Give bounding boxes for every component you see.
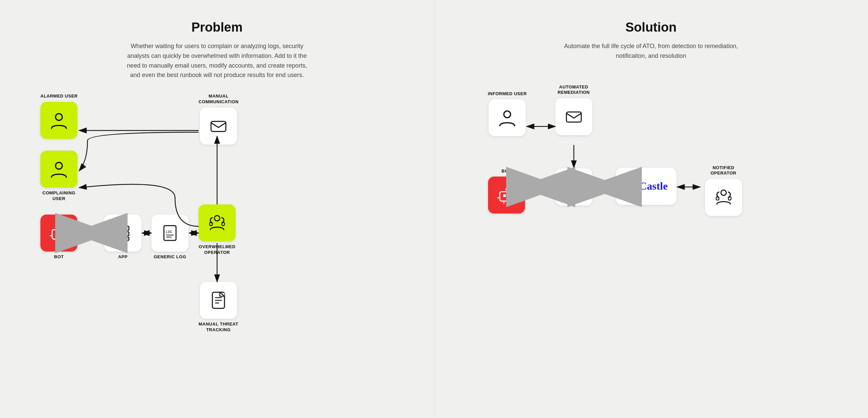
svg-point-15: [126, 233, 128, 235]
svg-point-21: [214, 215, 220, 221]
svg-rect-2: [52, 230, 66, 239]
notified-operator-node: NOTIFIED OPERATOR: [700, 165, 747, 216]
svg-rect-57: [630, 186, 631, 188]
svg-point-53: [577, 181, 579, 183]
automated-remediation-icon: [564, 107, 584, 127]
castle-node: Castle: [616, 168, 677, 205]
svg-point-6: [58, 226, 60, 228]
complaining-user-node: COMPLAININGUSER: [40, 151, 78, 202]
bot-node-solution: BOT: [488, 169, 525, 214]
solution-title: Solution: [454, 20, 848, 35]
castle-box: Castle: [616, 168, 677, 205]
solution-description: Automate the full life cycle of ATO, fro…: [557, 41, 745, 61]
problem-diagram: ALARMED USER COMPLAININGUSE: [20, 94, 414, 396]
manual-threat-tracking-icon: [208, 290, 228, 310]
automated-remediation-box: [555, 98, 592, 135]
generic-log-icon: LOG: [160, 223, 180, 243]
svg-rect-42: [503, 195, 506, 197]
svg-point-58: [630, 185, 631, 186]
svg-rect-41: [500, 192, 513, 201]
manual-threat-tracking-node: MANUAL THREATTRACKING: [198, 282, 238, 333]
automated-remediation-node: AUTOMATEDREMEDIATION: [555, 84, 592, 136]
bot-label-solution: BOT: [501, 169, 511, 174]
app-node-solution: [555, 169, 592, 208]
bot-icon-solution: [496, 185, 517, 205]
alarmed-user-box: [40, 102, 78, 139]
alarmed-user-label: ALARMED USER: [40, 94, 78, 99]
svg-text:LOG: LOG: [166, 230, 172, 234]
generic-log-box: LOG: [151, 214, 188, 251]
alarmed-user-node: ALARMED USER: [40, 94, 78, 139]
complaining-user-box: [40, 151, 78, 188]
notified-operator-label: NOTIFIED OPERATOR: [700, 165, 747, 177]
svg-rect-4: [60, 232, 62, 235]
svg-point-54: [577, 187, 579, 188]
manual-communication-box: [200, 108, 237, 145]
generic-log-node: LOG GENERIC LOG: [151, 214, 188, 260]
page: Problem Whether waiting for users to com…: [0, 0, 868, 418]
notified-operator-box: [705, 179, 742, 216]
informed-user-label: INFORMED USER: [488, 91, 527, 97]
manual-communication-node: MANUALCOMMUNICATION: [198, 94, 239, 145]
notified-operator-icon: [714, 187, 734, 208]
castle-shield-icon: [624, 180, 637, 193]
app-icon-solution: [564, 177, 584, 197]
problem-section: Problem Whether waiting for users to com…: [0, 0, 434, 418]
informed-user-box: [489, 99, 526, 136]
solution-diagram: INFORMED USER AUTOMATEDREMEDIATION: [454, 74, 848, 377]
svg-point-1: [56, 163, 62, 169]
app-box-solution: [555, 169, 592, 206]
svg-point-59: [721, 190, 726, 196]
bot-box-solution: [488, 177, 525, 213]
bot-box-problem: [40, 214, 78, 251]
svg-point-16: [126, 238, 128, 240]
app-box-problem: [104, 214, 142, 251]
problem-title: Problem: [20, 20, 414, 35]
complaining-user-icon: [49, 159, 69, 179]
svg-point-45: [505, 188, 507, 190]
automated-remediation-label: AUTOMATEDREMEDIATION: [558, 84, 590, 96]
informed-user-node: INFORMED USER: [488, 91, 527, 137]
svg-point-55: [577, 192, 579, 194]
bot-label-problem: BOT: [54, 254, 64, 260]
svg-point-14: [126, 228, 128, 229]
user-icon: [49, 110, 69, 131]
svg-rect-40: [566, 112, 581, 122]
problem-description: Whether waiting for users to complain or…: [123, 41, 311, 80]
app-label-problem: APP: [118, 254, 128, 260]
manual-threat-tracking-label: MANUAL THREATTRACKING: [198, 321, 238, 333]
castle-text: Castle: [639, 180, 668, 193]
svg-rect-3: [56, 232, 58, 235]
overwhelmed-operator-label: OVERWHELMEDOPERATOR: [198, 244, 235, 255]
castle-logo: Castle: [624, 180, 668, 193]
overwhelmed-operator-node: OVERWHELMEDOPERATOR: [198, 205, 236, 255]
svg-rect-24: [211, 121, 226, 132]
svg-point-0: [56, 114, 62, 120]
complaining-user-label: COMPLAININGUSER: [42, 190, 75, 202]
app-icon-problem: [113, 223, 133, 243]
overwhelmed-operator-box: [198, 205, 236, 241]
informed-user-icon: [497, 108, 517, 128]
app-node-problem: APP: [104, 214, 142, 260]
svg-point-39: [504, 111, 510, 118]
overwhelmed-operator-icon: [207, 213, 227, 233]
manual-communication-icon: [208, 116, 228, 136]
manual-threat-tracking-box: [200, 282, 237, 319]
svg-rect-43: [507, 195, 510, 197]
bot-icon-problem: [49, 223, 69, 243]
manual-communication-label: MANUALCOMMUNICATION: [198, 94, 239, 105]
bot-node-problem: BOT: [40, 214, 78, 260]
generic-log-label: GENERIC LOG: [154, 254, 186, 260]
solution-section: Solution Automate the full life cycle of…: [434, 0, 868, 418]
